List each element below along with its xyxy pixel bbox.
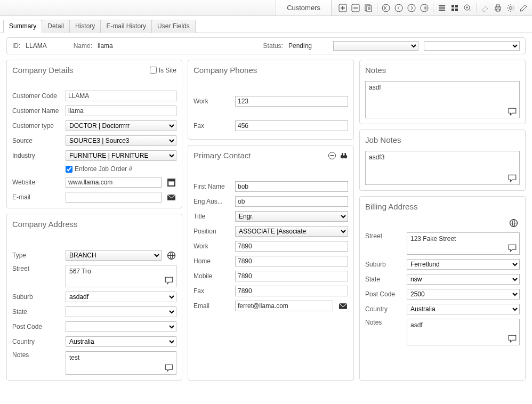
svg-point-6 [408,4,415,12]
billing-notes-input[interactable]: asdf [407,319,520,345]
job-notes-title: Job Notes [365,135,401,144]
tab-email-history[interactable]: E-mail History [100,20,152,33]
postcode-select[interactable] [66,321,176,332]
source-select[interactable]: SOURCE3 | Source3 [66,135,176,146]
fax-phone-input[interactable] [235,120,348,131]
summary-combo-1[interactable] [333,41,418,51]
contact-home-input[interactable] [235,256,348,266]
customer-code-input[interactable] [66,91,176,101]
state-label: State [12,308,61,316]
contact-email-input[interactable] [235,301,333,311]
customer-type-select[interactable]: DOCTOR | Doctorrrrr [66,120,176,131]
binoculars-icon[interactable] [340,151,348,160]
enforce-job-order-label: Enforce Job Order # [75,165,132,173]
svg-point-16 [510,6,512,9]
billing-postcode-select[interactable]: 2500 [407,289,520,300]
svg-point-4 [382,4,390,12]
billing-state-select[interactable]: nsw [407,274,520,285]
enforce-job-order-input[interactable] [66,166,72,173]
billing-street-input[interactable]: 123 Fake Street [407,232,520,255]
top-toolbar: Customers [0,0,532,16]
name-label: Name: [74,42,92,50]
copy-icon[interactable] [363,3,374,13]
contact-fax-label: Fax [194,287,231,295]
customer-name-input[interactable] [66,106,176,116]
industry-select[interactable]: FURNITURE | FURNITURE [66,150,176,161]
status-label: Status: [263,42,283,50]
speech-bubble-icon[interactable] [164,363,174,373]
next-icon[interactable] [406,3,417,13]
contact-mobile-input[interactable] [235,271,348,281]
eng-aus-input[interactable] [235,196,348,207]
company-details-panel: Company Details Is Site Customer Code Cu… [6,60,182,208]
speech-bubble-icon[interactable] [507,174,517,183]
list-view-icon[interactable] [437,3,447,13]
company-address-panel: Company Address Type BRANCH Street 567 T… [6,214,182,381]
notes-panel: Notes asdf [359,60,526,124]
name-value: llama [98,42,113,50]
module-title: Customers [276,0,332,15]
contact-work-input[interactable] [235,241,348,252]
first-icon[interactable] [381,3,391,13]
zoom-icon[interactable] [462,3,473,13]
first-name-input[interactable] [235,181,348,192]
company-email-input[interactable] [66,192,162,203]
tab-user-fields[interactable]: User Fields [151,20,196,33]
first-name-label: First Name [194,183,231,190]
source-label: Source [12,137,61,144]
is-site-checkbox[interactable]: Is Site [150,67,176,74]
speech-bubble-icon[interactable] [507,244,517,253]
edit-icon[interactable] [518,3,529,13]
street-input[interactable]: 567 Tro [66,265,176,287]
svg-point-7 [421,4,428,12]
speech-bubble-icon[interactable] [507,334,517,344]
billing-suburb-select[interactable]: Ferretlund [407,259,520,270]
position-select[interactable]: ASSOCIATE |Associate [235,226,348,237]
column-middle: Company Phones Work Fax Primary Contact [188,60,354,381]
postcode-label: Post Code [12,323,61,330]
company-phones-title: Company Phones [194,66,257,75]
contact-title-select[interactable]: Engr. [235,211,348,222]
website-input[interactable] [66,177,162,188]
company-email-send-icon[interactable] [166,192,176,203]
contact-email-send-icon[interactable] [337,301,348,311]
tab-detail[interactable]: Detail [42,20,70,33]
contact-fax-input[interactable] [235,286,348,296]
company-address-globe-icon[interactable] [166,250,176,261]
customer-name-label: Customer Name [12,107,61,115]
state-select[interactable] [66,306,176,317]
collapse-icon[interactable] [328,151,336,160]
address-notes-label: Notes [12,351,61,359]
eraser-icon[interactable] [480,3,490,13]
website-open-icon[interactable] [166,177,176,188]
print-icon[interactable] [493,3,503,13]
primary-contact-title: Primary Contact [194,151,251,160]
billing-globe-icon[interactable] [508,217,519,228]
tab-history[interactable]: History [69,20,101,33]
job-notes-textarea[interactable]: asdf3 [365,151,520,185]
address-type-select[interactable]: BRANCH [66,250,162,261]
billing-country-select[interactable]: Australia [407,304,520,314]
work-phone-label: Work [194,98,231,105]
billing-state-label: State [365,276,402,283]
enforce-job-order-checkbox[interactable]: Enforce Job Order # [66,165,132,173]
billing-address-panel: Billing Address Street 123 Fake Street S… [359,196,526,381]
tab-summary[interactable]: Summary [3,20,42,33]
is-site-input[interactable] [150,67,157,74]
new-icon[interactable] [337,3,348,13]
notes-textarea[interactable]: asdf [365,81,520,118]
work-phone-input[interactable] [235,96,348,107]
company-details-title: Company Details [12,66,73,75]
grid-view-icon[interactable] [449,3,460,13]
prev-icon[interactable] [393,3,404,13]
settings-icon[interactable] [505,3,516,13]
speech-bubble-icon[interactable] [164,276,174,286]
company-address-title: Company Address [12,220,78,229]
suburb-select[interactable]: asdadf [66,292,176,302]
speech-bubble-icon[interactable] [507,107,517,117]
summary-combo-2[interactable] [424,41,520,51]
country-select[interactable]: Australia [66,336,176,347]
address-notes-input[interactable]: test [66,351,176,375]
delete-icon[interactable] [350,3,361,13]
last-icon[interactable] [419,3,430,13]
